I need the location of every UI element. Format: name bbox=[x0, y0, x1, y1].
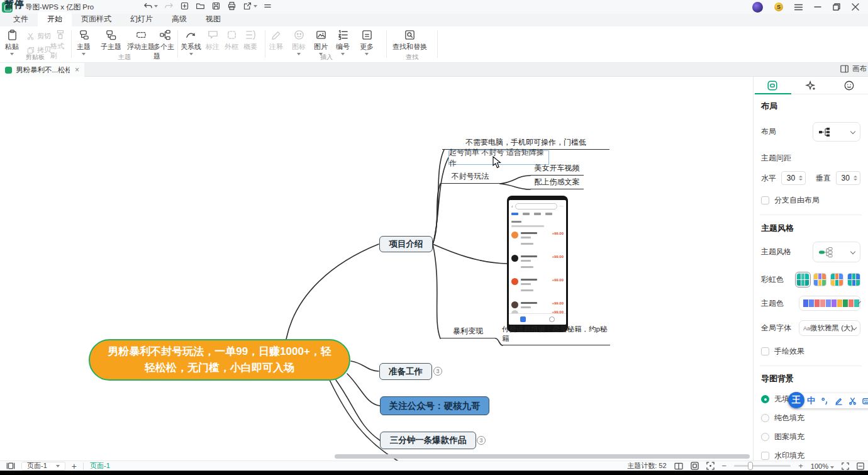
ime-keyboard-icon[interactable] bbox=[862, 397, 868, 405]
open-file-button[interactable] bbox=[196, 1, 205, 11]
horizontal-spacing-stepper[interactable]: 30 bbox=[781, 171, 806, 185]
share-icon bbox=[243, 1, 252, 11]
paste-button[interactable]: 粘贴 bbox=[5, 29, 19, 55]
close-button[interactable] bbox=[852, 3, 859, 11]
bg-pattern-radio[interactable] bbox=[761, 433, 769, 441]
floating-topic-button[interactable]: 浮动主题 bbox=[127, 29, 155, 52]
document-icon bbox=[5, 67, 12, 74]
insert-icon-button[interactable]: 图标 bbox=[292, 29, 306, 55]
page-selector-dropdown[interactable]: 页面-1 bbox=[21, 462, 65, 471]
tab-file[interactable]: 文件 bbox=[4, 12, 38, 26]
find-replace-icon bbox=[404, 29, 416, 41]
recorder-pause-overlay[interactable]: 暂停 bbox=[4, 0, 25, 11]
child-node-play[interactable]: 不封号玩法 bbox=[440, 172, 500, 184]
child-node-profit[interactable]: 暴利变现 bbox=[440, 327, 496, 338]
membership-badge-icon[interactable]: S bbox=[774, 3, 783, 11]
undo-button[interactable] bbox=[143, 1, 158, 11]
tab-slides[interactable]: 幻灯片 bbox=[121, 12, 162, 26]
document-tab[interactable]: 男粉暴利不...松松，无门 × bbox=[0, 63, 84, 77]
central-topic-node[interactable]: 男粉暴利不封号玩法，一单99，日赚1000+，轻轻松松，无门槛，小白即可入场 bbox=[89, 339, 350, 381]
document-tab-bar: 男粉暴利不...松松，无门 × 画布 bbox=[0, 63, 868, 77]
child-node-profit-detail[interactable]: 付费进群培训：恋爱秘籍，约p秘籍 bbox=[502, 334, 610, 345]
cut-button[interactable]: 剪切 bbox=[26, 31, 51, 41]
page-tab[interactable]: 页面-1 bbox=[90, 461, 110, 471]
tab-view[interactable]: 视图 bbox=[196, 12, 230, 26]
collapse-badge[interactable]: 3 bbox=[477, 436, 486, 445]
rainbow-option-4[interactable] bbox=[847, 273, 860, 286]
bg-watermark-checkbox[interactable] bbox=[761, 452, 769, 460]
hand-drawn-checkbox[interactable] bbox=[761, 347, 769, 355]
tab-home[interactable]: 开始 bbox=[38, 12, 72, 26]
bg-none-radio[interactable] bbox=[761, 395, 769, 403]
tab-page-style[interactable]: 页面样式 bbox=[72, 12, 121, 26]
branch-node-official-account[interactable]: 关注公众号：硬核九哥 bbox=[380, 396, 489, 415]
theme-color-dropdown[interactable] bbox=[799, 296, 860, 311]
new-file-button[interactable] bbox=[180, 1, 189, 11]
phone-screenshot-image-node[interactable]: ‹ ⋯ +99.00 bbox=[507, 196, 568, 332]
phone-search-pill bbox=[515, 203, 557, 210]
relation-line-button[interactable]: 关系线 bbox=[181, 29, 201, 55]
horizontal-scrollbar[interactable] bbox=[335, 454, 750, 459]
add-page-button[interactable]: + bbox=[72, 461, 77, 471]
callout-button[interactable]: 标注 bbox=[206, 29, 220, 52]
panel-toggle[interactable]: 画布 bbox=[840, 64, 867, 74]
child-node-video[interactable]: 美女开车视频 bbox=[530, 164, 584, 176]
save-button[interactable] bbox=[211, 1, 221, 11]
boundary-button[interactable]: 外框 bbox=[225, 29, 238, 52]
summary-button[interactable]: 概要 bbox=[243, 29, 257, 52]
subtopic-button[interactable]: 子主题 bbox=[101, 29, 121, 52]
rainbow-option-1[interactable] bbox=[796, 273, 810, 286]
tab-sticker-panel[interactable] bbox=[830, 77, 868, 94]
zoom-out-button[interactable]: − bbox=[722, 461, 727, 471]
pages-panel-icon[interactable] bbox=[6, 462, 15, 470]
ime-logo-badge[interactable]: 王 bbox=[788, 392, 804, 408]
zoom-in-button[interactable]: + bbox=[798, 461, 803, 471]
topic-button[interactable]: 主题 bbox=[77, 29, 91, 55]
ime-punctuation-icon[interactable] bbox=[821, 397, 829, 405]
mindmap-canvas[interactable]: 男粉暴利不封号玩法，一单99，日赚1000+，轻轻松松，无门槛，小白即可入场 项… bbox=[0, 77, 753, 461]
fit-window-icon[interactable] bbox=[691, 462, 699, 470]
collapse-statusbar-icon[interactable] bbox=[857, 462, 864, 470]
collapse-badge[interactable]: 3 bbox=[433, 367, 442, 376]
branch-node-works[interactable]: 三分钟一条爆款作品 bbox=[380, 432, 476, 449]
phone-screen: ‹ ⋯ +99.00 bbox=[509, 200, 566, 325]
share-button[interactable] bbox=[243, 1, 257, 11]
tab-advanced[interactable]: 高级 bbox=[162, 12, 196, 26]
rainbow-option-2[interactable] bbox=[813, 273, 826, 286]
theme-style-dropdown[interactable] bbox=[813, 242, 860, 262]
branch-node-prep[interactable]: 准备工作 bbox=[379, 363, 432, 380]
global-font-dropdown[interactable]: Aa 微软雅黑 (大) bbox=[799, 320, 860, 336]
tab-style-panel[interactable] bbox=[754, 77, 792, 94]
ime-scissors-icon[interactable] bbox=[849, 397, 857, 405]
center-map-icon[interactable] bbox=[706, 462, 715, 470]
zoom-slider-handle[interactable] bbox=[748, 462, 753, 470]
outline-view-icon[interactable] bbox=[674, 462, 683, 470]
customize-toolbar-button[interactable] bbox=[264, 2, 272, 10]
more-insert-button[interactable]: 更多 bbox=[360, 29, 374, 55]
zoom-slider[interactable] bbox=[734, 465, 791, 467]
note-button[interactable]: 注释 bbox=[269, 29, 283, 52]
menu-icon[interactable] bbox=[794, 4, 803, 11]
find-replace-button[interactable]: 查找和替换 bbox=[392, 29, 427, 52]
free-layout-checkbox[interactable] bbox=[761, 196, 769, 204]
ime-handwriting-icon[interactable] bbox=[835, 397, 843, 405]
user-avatar[interactable] bbox=[752, 2, 763, 13]
print-button[interactable] bbox=[227, 1, 236, 11]
tab-ai-panel[interactable] bbox=[792, 77, 830, 94]
doc-tab-close-icon[interactable]: × bbox=[75, 65, 79, 74]
vertical-spacing-stepper[interactable]: 30 bbox=[836, 171, 860, 185]
picture-button[interactable]: 图片 bbox=[314, 29, 328, 55]
branch-node-intro[interactable]: 项目介绍 bbox=[379, 236, 433, 252]
minimize-button[interactable] bbox=[814, 3, 821, 11]
ime-chinese-mode-button[interactable]: 中 bbox=[807, 395, 815, 406]
rainbow-option-3[interactable] bbox=[830, 273, 843, 286]
bg-watermark-label: 水印填充 bbox=[774, 450, 804, 461]
numbering-button[interactable]: 编号 bbox=[336, 29, 350, 55]
redo-button[interactable] bbox=[164, 1, 174, 11]
zoom-level-dropdown[interactable]: 100% bbox=[811, 462, 834, 470]
fullscreen-icon[interactable] bbox=[842, 462, 849, 470]
child-node-copywriting[interactable]: 配上伤感文案 bbox=[530, 178, 584, 189]
bg-solid-radio[interactable] bbox=[761, 414, 769, 422]
layout-dropdown[interactable] bbox=[813, 122, 860, 142]
restore-button[interactable] bbox=[833, 3, 840, 11]
